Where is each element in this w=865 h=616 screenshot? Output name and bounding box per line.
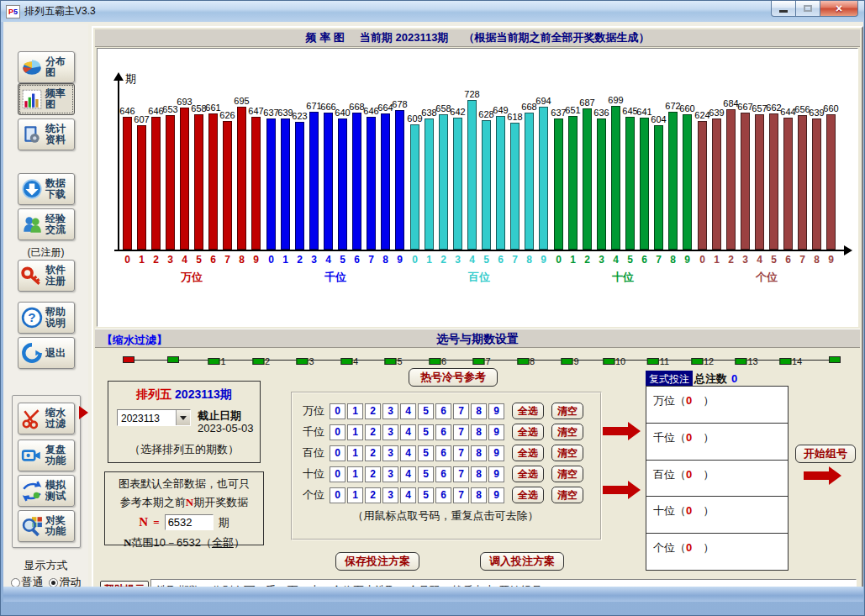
digit-button-个位-6[interactable]: 6 — [435, 487, 451, 503]
minimize-button[interactable] — [771, 1, 796, 17]
digit-button-千位-5[interactable]: 5 — [418, 424, 434, 440]
combobox-dropdown-icon[interactable] — [176, 410, 190, 425]
sidebar-item-prize-check[interactable]: 对奖 功能 — [18, 510, 75, 542]
slider-mark-current[interactable] — [123, 356, 134, 363]
digit-button-个位-4[interactable]: 4 — [400, 487, 416, 503]
slider-mark[interactable] — [561, 358, 572, 365]
digit-button-十位-4[interactable]: 4 — [400, 466, 416, 482]
digit-button-万位-4[interactable]: 4 — [400, 403, 416, 419]
digit-button-万位-5[interactable]: 5 — [418, 403, 434, 419]
digit-button-千位-7[interactable]: 7 — [453, 424, 469, 440]
digit-button-百位-3[interactable]: 3 — [382, 445, 398, 461]
sidebar-item-replay[interactable]: 复盘 功能 — [18, 440, 75, 471]
slider-mark[interactable] — [779, 358, 791, 365]
digit-button-百位-1[interactable]: 1 — [347, 445, 363, 461]
digit-button-十位-5[interactable]: 5 — [418, 466, 434, 482]
digit-button-千位-6[interactable]: 6 — [435, 424, 451, 440]
digit-button-千位-9[interactable]: 9 — [488, 424, 504, 440]
clear-button-万位[interactable]: 清空 — [551, 403, 583, 419]
digit-button-百位-5[interactable]: 5 — [418, 445, 434, 461]
sidebar-item-simulation-test[interactable]: 模拟 测试 — [18, 475, 75, 507]
slider-mark[interactable] — [340, 358, 352, 365]
digit-button-百位-2[interactable]: 2 — [365, 445, 381, 461]
digit-button-个位-5[interactable]: 5 — [418, 487, 434, 503]
period-combobox[interactable]: 2023113 — [117, 409, 191, 426]
digit-button-百位-7[interactable]: 7 — [453, 445, 469, 461]
digit-button-个位-1[interactable]: 1 — [347, 487, 363, 503]
slider-mark[interactable] — [735, 358, 746, 365]
digit-button-十位-6[interactable]: 6 — [435, 466, 451, 482]
digit-button-万位-6[interactable]: 6 — [435, 403, 451, 419]
slider-mark[interactable] — [603, 358, 614, 365]
digit-button-千位-2[interactable]: 2 — [365, 424, 381, 440]
digit-button-百位-9[interactable]: 9 — [488, 445, 504, 461]
digit-button-个位-3[interactable]: 3 — [382, 487, 398, 503]
sidebar-item-software-register[interactable]: 软件 注册 — [18, 260, 75, 292]
digit-button-十位-7[interactable]: 7 — [453, 466, 469, 482]
clear-button-千位[interactable]: 清空 — [551, 424, 583, 440]
digit-button-十位-8[interactable]: 8 — [471, 466, 487, 482]
slider-mark[interactable] — [517, 358, 529, 365]
digit-button-千位-0[interactable]: 0 — [330, 424, 345, 440]
digit-button-百位-0[interactable]: 0 — [330, 445, 345, 461]
digit-button-万位-3[interactable]: 3 — [382, 403, 398, 419]
sidebar-item-distribution-chart[interactable]: 分布 图 — [18, 51, 75, 83]
digit-button-百位-6[interactable]: 6 — [435, 445, 451, 461]
digit-button-十位-0[interactable]: 0 — [330, 466, 345, 482]
slider-mark[interactable] — [472, 358, 484, 365]
slider-mark[interactable] — [208, 358, 219, 365]
slider-mark[interactable] — [252, 358, 264, 365]
start-combination-button[interactable]: 开始组号 — [795, 445, 856, 463]
digit-button-个位-8[interactable]: 8 — [471, 487, 487, 503]
digit-button-十位-3[interactable]: 3 — [382, 466, 398, 482]
clear-button-个位[interactable]: 清空 — [551, 487, 583, 503]
n-range-all-link[interactable]: 全部 — [212, 536, 234, 549]
slider-mark[interactable] — [647, 358, 659, 365]
sidebar-item-statistics[interactable]: 统计 资料 — [18, 118, 75, 150]
sidebar-item-experience-exchange[interactable]: 经验 交流 — [18, 208, 75, 240]
digit-button-万位-8[interactable]: 8 — [471, 403, 487, 419]
slider-mark[interactable] — [429, 358, 440, 365]
load-plan-button[interactable]: 调入投注方案 — [480, 552, 564, 571]
digit-button-万位-1[interactable]: 1 — [347, 403, 363, 419]
select-all-button-万位[interactable]: 全选 — [512, 403, 544, 419]
digit-button-个位-2[interactable]: 2 — [365, 487, 381, 503]
save-plan-button[interactable]: 保存投注方案 — [335, 552, 419, 571]
digit-button-十位-2[interactable]: 2 — [365, 466, 381, 482]
digit-button-万位-9[interactable]: 9 — [488, 403, 504, 419]
slider-mark[interactable] — [691, 358, 703, 365]
sidebar-item-frequency-chart[interactable]: 频率 图 — [18, 83, 75, 115]
digit-button-十位-1[interactable]: 1 — [347, 466, 363, 482]
hot-cold-reference-button[interactable]: 热号冷号参考 — [409, 368, 498, 387]
digit-button-万位-7[interactable]: 7 — [453, 403, 469, 419]
select-all-button-百位[interactable]: 全选 — [512, 445, 544, 461]
digit-button-个位-0[interactable]: 0 — [330, 487, 345, 503]
slider-mark[interactable] — [829, 356, 841, 363]
digit-button-个位-7[interactable]: 7 — [453, 487, 469, 503]
digit-button-百位-8[interactable]: 8 — [471, 445, 487, 461]
n-value-input[interactable] — [165, 514, 214, 530]
close-button[interactable]: × — [820, 1, 858, 17]
slider-mark[interactable] — [167, 356, 179, 363]
clear-button-十位[interactable]: 清空 — [551, 466, 583, 482]
sidebar-item-exit[interactable]: 退出 — [18, 337, 75, 369]
slider-mark[interactable] — [296, 358, 308, 365]
digit-button-千位-1[interactable]: 1 — [347, 424, 363, 440]
digit-button-万位-2[interactable]: 2 — [365, 403, 381, 419]
sidebar-item-data-download[interactable]: 数据 下载 — [18, 173, 75, 205]
digit-button-十位-9[interactable]: 9 — [488, 466, 504, 482]
digit-button-千位-3[interactable]: 3 — [382, 424, 398, 440]
maximize-button[interactable] — [796, 1, 820, 17]
sidebar-item-help[interactable]: ? 帮助 说明 — [18, 302, 75, 334]
select-all-button-十位[interactable]: 全选 — [512, 466, 544, 482]
digit-button-百位-4[interactable]: 4 — [400, 445, 416, 461]
slider-mark[interactable] — [384, 358, 396, 365]
digit-button-千位-8[interactable]: 8 — [471, 424, 487, 440]
digit-button-千位-4[interactable]: 4 — [400, 424, 416, 440]
select-all-button-个位[interactable]: 全选 — [512, 487, 544, 503]
clear-button-百位[interactable]: 清空 — [551, 445, 583, 461]
sidebar-item-shrink-filter[interactable]: 缩水 过滤 — [18, 403, 75, 434]
digit-button-个位-9[interactable]: 9 — [488, 487, 504, 503]
digit-button-万位-0[interactable]: 0 — [330, 403, 345, 419]
select-all-button-千位[interactable]: 全选 — [512, 424, 544, 440]
